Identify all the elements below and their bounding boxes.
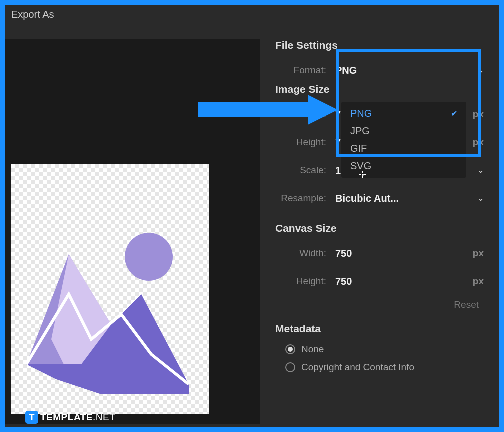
scale-label: Scale:: [275, 165, 335, 176]
canvas-height-input[interactable]: 750 px: [335, 276, 489, 288]
format-value: PNG: [335, 65, 357, 76]
chevron-down-icon: ⌄: [478, 194, 489, 202]
settings-pane: File Settings Format: PNG ⌄ PNG ✔ JPG: [260, 24, 499, 426]
canvas-preview: [11, 164, 209, 414]
resample-dropdown[interactable]: Bicubic Aut... ⌄: [335, 193, 489, 204]
canvas-width-row: Width: 750 px: [275, 244, 489, 264]
metadata-none-label: None: [301, 344, 324, 355]
file-settings-heading: File Settings: [275, 40, 489, 52]
dropdown-option-png[interactable]: PNG ✔: [341, 105, 466, 122]
chevron-down-icon: ⌄: [478, 166, 489, 174]
canvas-size-heading: Canvas Size: [275, 222, 489, 234]
canvas-height-label: Height:: [275, 276, 335, 287]
image-width-label: Width:: [275, 109, 335, 120]
svg-point-0: [125, 233, 173, 281]
dropdown-option-gif[interactable]: GIF: [341, 140, 466, 158]
metadata-none-row[interactable]: None: [285, 344, 489, 355]
watermark-text: TEMPLATE.NET: [40, 412, 115, 423]
svg-point-4: [362, 174, 364, 176]
cursor-icon: [358, 170, 367, 182]
canvas-height-row: Height: 750 px: [275, 272, 489, 292]
unit-px: px: [473, 248, 489, 259]
canvas-width-input[interactable]: 750 px: [335, 248, 489, 260]
unit-px: px: [473, 276, 489, 287]
radio-unchecked-icon: [285, 362, 295, 372]
resample-row: Resample: Bicubic Aut... ⌄: [275, 188, 489, 208]
metadata-heading: Metadata: [275, 323, 489, 335]
image-placeholder-icon: [21, 224, 191, 394]
reset-button[interactable]: Reset: [275, 300, 489, 310]
image-height-label: Height:: [275, 137, 335, 148]
checkmark-icon: ✔: [451, 109, 457, 118]
preview-pane: [5, 40, 260, 424]
radio-checked-icon: [285, 344, 295, 354]
canvas-width-label: Width:: [275, 248, 335, 259]
metadata-copyright-label: Copyright and Contact Info: [301, 362, 414, 373]
watermark: T TEMPLATE.NET: [25, 411, 115, 424]
format-row: Format: PNG ⌄: [275, 60, 489, 80]
content-area: File Settings Format: PNG ⌄ PNG ✔ JPG: [5, 24, 499, 426]
format-dropdown-menu: PNG ✔ JPG GIF SVG: [341, 102, 466, 178]
format-label: Format:: [275, 65, 335, 76]
dropdown-option-jpg[interactable]: JPG: [341, 122, 466, 140]
metadata-copyright-row[interactable]: Copyright and Contact Info: [285, 362, 489, 373]
chevron-down-icon: ⌄: [478, 66, 489, 74]
watermark-badge: T: [25, 411, 38, 424]
unit-px: px: [473, 137, 489, 148]
export-dialog: Export As File Settings Format: PNG ⌄: [5, 5, 499, 427]
image-size-heading: Image Size: [275, 84, 489, 96]
format-dropdown[interactable]: PNG ⌄: [335, 65, 489, 76]
dialog-title: Export As: [5, 5, 499, 24]
unit-px: px: [473, 109, 489, 120]
resample-label: Resample:: [275, 193, 335, 204]
